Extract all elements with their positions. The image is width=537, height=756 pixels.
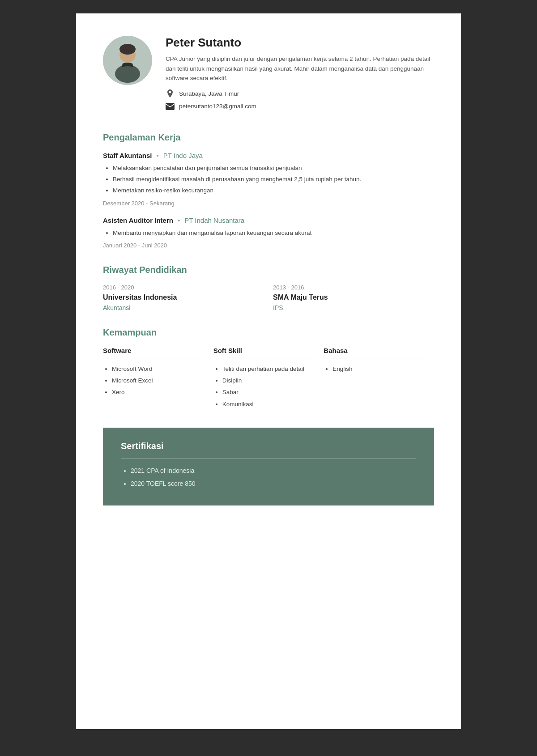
software-list: Microsoft Word Microsoft Excel Xero — [103, 365, 205, 397]
skill-col-softskill: Soft Skill Teliti dan perhatian pada det… — [213, 347, 324, 412]
cert-divider — [121, 459, 416, 459]
skill-item: Teliti dan perhatian pada detail — [222, 365, 315, 374]
header-info: Peter Sutanto CPA Junior yang disiplin d… — [166, 36, 434, 115]
edu-item-2: 2013 - 2016 SMA Maju Terus IPS — [273, 284, 434, 311]
bullet-item: Berhasil mengidentifikasi masalah di per… — [113, 175, 434, 184]
education-section-title: Riwayat Pendidikan — [103, 265, 434, 275]
skill-software-title: Software — [103, 347, 205, 358]
job-date-2: Januari 2020 - Juni 2020 — [103, 242, 434, 249]
job-company-2: PT Indah Nusantara — [184, 217, 244, 224]
softskill-list: Teliti dan perhatian pada detail Disipli… — [213, 365, 315, 409]
job-entry-1: Staff Akuntansi • PT Indo Jaya Melaksana… — [103, 152, 434, 207]
edu-year-2: 2013 - 2016 — [273, 284, 434, 291]
avatar — [103, 36, 152, 85]
skills-grid: Software Microsoft Word Microsoft Excel … — [103, 347, 434, 412]
language-list: English — [324, 365, 425, 374]
cert-list: 2021 CPA of Indonesia 2020 TOEFL score 8… — [121, 466, 416, 488]
job-bullets-2: Membantu menyiapkan dan menganalisa lapo… — [103, 229, 434, 238]
svg-point-1 — [115, 65, 140, 83]
job-date-1: Desember 2020 - Sekarang — [103, 200, 434, 207]
email-item: petersutanto123@gmail.com — [166, 102, 434, 111]
bullet-item: Memetakan resiko-resiko kecurangan — [113, 186, 434, 195]
certifications-section: Sertifikasi 2021 CPA of Indonesia 2020 T… — [103, 428, 434, 505]
job-bullets-1: Melaksanakan pencatatan dan penjurnalan … — [103, 164, 434, 195]
resume-header: Peter Sutanto CPA Junior yang disiplin d… — [103, 36, 434, 115]
svg-point-3 — [119, 44, 136, 55]
job-title-1: Staff Akuntansi — [103, 152, 152, 159]
location-text: Surabaya, Jawa Timur — [179, 90, 239, 97]
edu-item-1: 2016 - 2020 Universitas Indonesia Akunta… — [103, 284, 264, 311]
email-link[interactable]: petersutanto123@gmail.com — [179, 103, 256, 110]
skill-item: Xero — [112, 388, 205, 397]
job-company-1: PT Indo Jaya — [163, 152, 203, 159]
job-title-row-1: Staff Akuntansi • PT Indo Jaya — [103, 152, 434, 159]
edu-school-1: Universitas Indonesia — [103, 293, 264, 302]
skill-item: Komunikasi — [222, 400, 315, 409]
skill-item: Sabar — [222, 388, 315, 397]
location-icon — [166, 89, 175, 98]
education-section: Riwayat Pendidikan 2016 - 2020 Universit… — [103, 265, 434, 311]
education-grid: 2016 - 2020 Universitas Indonesia Akunta… — [103, 284, 434, 311]
edu-major-1: Akuntansi — [103, 304, 264, 311]
work-section: Pengalaman Kerja Staff Akuntansi • PT In… — [103, 132, 434, 249]
skill-item: Microsoft Word — [112, 365, 205, 374]
cert-item: 2020 TOEFL score 850 — [131, 479, 416, 488]
job-entry-2: Asisten Auditor Intern • PT Indah Nusant… — [103, 217, 434, 249]
resume-document: Peter Sutanto CPA Junior yang disiplin d… — [76, 13, 461, 729]
skill-col-language: Bahasa English — [324, 347, 434, 412]
edu-major-2: IPS — [273, 304, 434, 311]
candidate-bio: CPA Junior yang disiplin dan jujur denga… — [166, 54, 434, 83]
skill-item: Disiplin — [222, 376, 315, 385]
edu-year-1: 2016 - 2020 — [103, 284, 264, 291]
bullet-item: Membantu menyiapkan dan menganalisa lapo… — [113, 229, 434, 238]
cert-section-title: Sertifikasi — [121, 441, 416, 451]
candidate-name: Peter Sutanto — [166, 36, 434, 50]
svg-rect-5 — [166, 103, 175, 110]
edu-school-2: SMA Maju Terus — [273, 293, 434, 302]
job-title-2: Asisten Auditor Intern — [103, 217, 173, 224]
skill-col-software: Software Microsoft Word Microsoft Excel … — [103, 347, 213, 412]
location-item: Surabaya, Jawa Timur — [166, 89, 434, 98]
cert-item: 2021 CPA of Indonesia — [131, 466, 416, 476]
work-section-title: Pengalaman Kerja — [103, 132, 434, 143]
bullet-item: Melaksanakan pencatatan dan penjurnalan … — [113, 164, 434, 173]
skill-language-title: Bahasa — [324, 347, 425, 358]
email-icon — [166, 102, 175, 111]
skill-item: Microsoft Excel — [112, 376, 205, 385]
skills-section-title: Kemampuan — [103, 327, 434, 338]
skill-item: English — [332, 365, 425, 374]
skill-softskill-title: Soft Skill — [213, 347, 315, 358]
job-title-row-2: Asisten Auditor Intern • PT Indah Nusant… — [103, 217, 434, 224]
skills-section: Kemampuan Software Microsoft Word Micros… — [103, 327, 434, 412]
